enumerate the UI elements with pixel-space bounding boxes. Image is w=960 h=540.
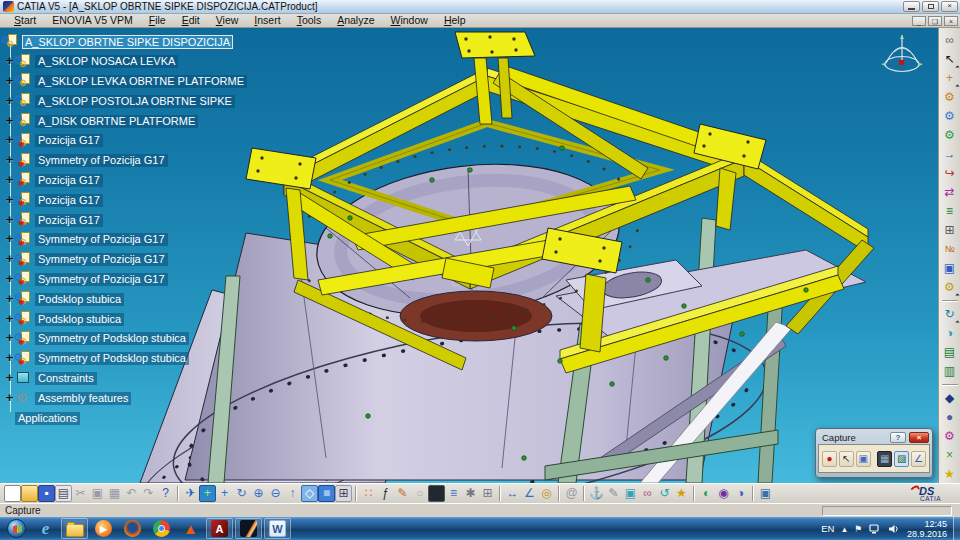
formula-icon[interactable]: ƒ — [377, 485, 394, 502]
star-feature-icon[interactable]: ★ — [673, 485, 690, 502]
tree-item[interactable]: +⚙⚙✱Podsklop stubica — [2, 289, 302, 309]
bom-clipboard-icon[interactable]: ▤ — [941, 344, 958, 361]
generate-numbering-icon[interactable]: № — [941, 241, 958, 258]
new-part-icon[interactable]: ⚙ — [941, 127, 958, 144]
new-product-icon[interactable]: ⚙ — [941, 108, 958, 125]
cut-icon[interactable]: ✂ — [72, 485, 89, 502]
tree-item[interactable]: +⚙⚙✱Podsklop stubica — [2, 309, 302, 329]
rotate-icon[interactable]: ↻ — [233, 485, 250, 502]
sync-icon[interactable]: ↺ — [656, 485, 673, 502]
vlc-icon[interactable]: ▲ — [177, 518, 204, 539]
print-icon[interactable]: ▤ — [55, 485, 72, 502]
grid-icon[interactable]: ∷ — [360, 485, 377, 502]
capture-tool-icon[interactable]: ▣ — [757, 485, 774, 502]
restore-button[interactable] — [922, 1, 939, 12]
hidden-icons-button[interactable]: ▴ — [842, 524, 847, 534]
shaded-view-icon[interactable]: ■ — [318, 485, 335, 502]
pan-icon[interactable]: + — [216, 485, 233, 502]
picture-frame-icon[interactable]: ▣ — [622, 485, 639, 502]
select-arrow-icon[interactable]: ↖ — [941, 51, 958, 68]
photo-viewer-icon[interactable] — [235, 518, 262, 539]
tree-item[interactable]: +⚙Assembly features — [2, 388, 302, 408]
viewport-3d[interactable]: ⚙⚙A_SKLOP OBRTNE SIPKE DISPOZICIJA+⚙⚙A_S… — [0, 28, 960, 483]
paint-apply-icon[interactable]: ◐ — [698, 485, 715, 502]
network-icon[interactable] — [869, 524, 881, 534]
bulb-icon[interactable]: ○ — [411, 485, 428, 502]
tree-item[interactable]: +⚙⚙✱Symmetry of Pozicija G17 — [2, 250, 302, 270]
tree-item[interactable]: +⚙⚙✱Pozicija G17 — [2, 131, 302, 151]
tree-item[interactable]: +⚙⚙A_SKLOP NOSACA LEVKA — [2, 52, 302, 72]
tree-item[interactable]: +⚙⚙✱Symmetry of Podsklop stubica — [2, 329, 302, 349]
media-player-icon[interactable]: ▶ — [90, 518, 117, 539]
redo-icon[interactable]: ↷ — [140, 485, 157, 502]
mdi-restore-button[interactable]: ❏ — [928, 16, 942, 26]
capture-dialog-titlebar[interactable]: Capture ? × — [816, 429, 932, 444]
tree-item[interactable]: +⚙⚙✱Pozicija G17 — [2, 190, 302, 210]
multi-view-icon[interactable]: ⊞ — [335, 485, 352, 502]
annotation-icon[interactable]: ✎ — [394, 485, 411, 502]
open-icon[interactable] — [21, 485, 38, 502]
compass-3d[interactable] — [876, 30, 928, 82]
menu-tools[interactable]: Tools — [289, 14, 330, 27]
assembly-features-icon[interactable]: ⚙ — [941, 428, 958, 445]
measure-inertia-icon[interactable]: ◎ — [538, 485, 555, 502]
menu-enovia-v5-vpm[interactable]: ENOVIA V5 VPM — [44, 14, 141, 27]
paste-icon[interactable]: ▦ — [106, 485, 123, 502]
record-button[interactable]: ● — [822, 451, 837, 467]
tree-item[interactable]: Applications — [2, 408, 302, 428]
menu-analyze[interactable]: Analyze — [329, 14, 382, 27]
bom-icon[interactable]: ≡ — [941, 203, 958, 220]
menu-insert[interactable]: Insert — [246, 14, 288, 27]
iso-view-icon[interactable]: ◇ — [301, 485, 318, 502]
menu-view[interactable]: View — [208, 14, 247, 27]
tree-item[interactable]: +⚙⚙✱Symmetry of Pozicija G17 — [2, 151, 302, 171]
show-desktop-button[interactable] — [953, 517, 960, 540]
smart-move-icon[interactable]: ◑ — [941, 325, 958, 342]
autocad-icon[interactable]: A — [206, 518, 233, 539]
image-capture-button[interactable]: ▨ — [894, 451, 909, 467]
clock[interactable]: 12:45 28.9.2016 — [907, 519, 947, 539]
chrome-icon[interactable] — [148, 518, 175, 539]
multi-instantiation-icon[interactable]: ⚙ — [941, 279, 958, 296]
tree-item[interactable]: +Constraints — [2, 369, 302, 389]
fly-through-icon[interactable]: ∞ — [941, 32, 958, 49]
snap-icon[interactable]: ● — [941, 409, 958, 426]
status-input-box[interactable] — [822, 506, 952, 516]
tree-expander-icon[interactable]: + — [4, 393, 15, 404]
zoom-in-icon[interactable]: ⊕ — [250, 485, 267, 502]
sketch-tools-icon[interactable]: ✎ — [605, 485, 622, 502]
tree-item[interactable]: +⚙⚙✱Symmetry of Pozicija G17 — [2, 270, 302, 290]
menu-edit[interactable]: Edit — [174, 14, 208, 27]
volume-icon[interactable] — [888, 524, 900, 534]
options-button[interactable]: ▣ — [856, 451, 871, 467]
axis-capture-button[interactable]: ∠ — [911, 451, 926, 467]
close-button[interactable]: × — [941, 1, 958, 12]
product-graph-icon[interactable]: ≡ — [445, 485, 462, 502]
capture-dialog[interactable]: Capture ? × ●↖▣▦▨∠ — [815, 428, 933, 478]
measure-item-icon[interactable]: ∠ — [521, 485, 538, 502]
internet-explorer-icon[interactable]: e — [32, 518, 59, 539]
zoom-out-icon[interactable]: ⊖ — [267, 485, 284, 502]
start-button[interactable] — [3, 518, 30, 539]
assembly-symmetry-icon[interactable]: ★ — [941, 466, 958, 483]
windows-explorer-icon[interactable] — [61, 518, 88, 539]
tree-item[interactable]: +⚙⚙✱Symmetry of Podsklop stubica — [2, 349, 302, 369]
normal-view-icon[interactable]: ↑ — [284, 485, 301, 502]
palette-icon[interactable]: ◑ — [732, 485, 749, 502]
tree-item[interactable]: +⚙⚙✱Symmetry of Pozicija G17 — [2, 230, 302, 250]
save-icon[interactable]: ▪ — [38, 485, 55, 502]
fit-all-in-icon[interactable]: + — [199, 485, 216, 502]
title-bar[interactable]: CATIA V5 - [A_SKLOP OBRTNE SIPKE DISPOZI… — [0, 0, 960, 14]
language-indicator[interactable]: EN — [821, 523, 834, 534]
firefox-icon[interactable] — [119, 518, 146, 539]
select-button[interactable]: ↖ — [839, 451, 854, 467]
video-capture-button[interactable]: ▦ — [877, 451, 892, 467]
fix-anchor-icon[interactable]: ⚓ — [588, 485, 605, 502]
graph-tree-reordering-icon[interactable]: ⊞ — [941, 222, 958, 239]
menu-help[interactable]: Help — [436, 14, 474, 27]
structure-columns-icon[interactable]: ⊞ — [479, 485, 496, 502]
replace-component-icon[interactable]: ⇄ — [941, 184, 958, 201]
measure-between-icon[interactable]: ↔ — [504, 485, 521, 502]
constraints-filter-icon[interactable]: ✱ — [462, 485, 479, 502]
new-document-icon[interactable] — [4, 485, 21, 502]
